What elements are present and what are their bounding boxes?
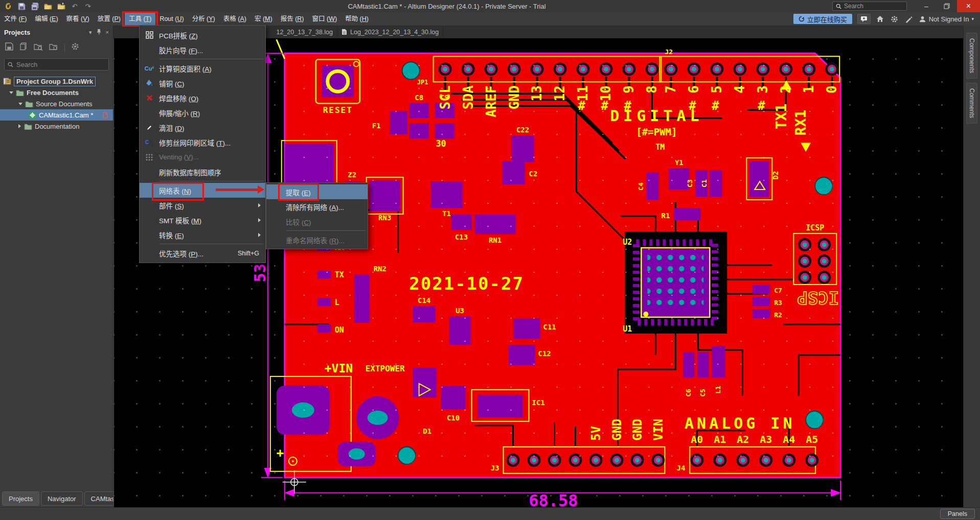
doc-tab-log2[interactable]: Log_2023_12_20_13_4_30.log [337, 26, 443, 38]
panel-tab-components[interactable]: Components [966, 33, 977, 79]
annotation-red-arrow [216, 188, 258, 191]
expanded-arrow-icon[interactable] [18, 103, 22, 105]
menu-tables[interactable]: 表格 (A) [219, 12, 250, 26]
menu-item-copper-area[interactable]: Cu² 计算铜皮面积 (A) [140, 61, 265, 76]
restore-button[interactable] [937, 0, 957, 12]
projects-search-input[interactable]: Search [4, 58, 109, 70]
folder-settings-icon[interactable] [49, 43, 58, 53]
panel-tab-comments[interactable]: Comments [966, 83, 977, 124]
menu-item-smt-template[interactable]: SMT 模板 (M) [140, 212, 265, 227]
settings-gear-icon[interactable] [890, 14, 899, 23]
title-bar: ↶ ↷ CAMtastic1.Cam * - Altium Designer (… [0, 0, 980, 12]
status-bar: Panels [0, 507, 980, 520]
projects-panel: Projects ▾ × Search Project Group 1.DsnW… [0, 26, 113, 507]
menu-item-film-wizard[interactable]: 胶片向导 (F)... [140, 42, 265, 57]
user-icon [919, 15, 926, 23]
submenu-item-clear-all-nets[interactable]: 清除所有网络 (A)... [266, 199, 368, 214]
tree-item-free-documents[interactable]: Free Documents [0, 87, 113, 98]
menu-item-pcb-panelize[interactable]: PCB拼板 (Z) [140, 28, 265, 42]
tree-item-label: Documentation [35, 123, 79, 130]
menu-item-polygon-pour[interactable]: 铺铜 (C) [140, 76, 265, 90]
folder-icon [16, 89, 24, 96]
comment-plus-icon [860, 16, 868, 22]
paint-bucket-icon [140, 79, 159, 87]
menu-place[interactable]: 放置 (P) [94, 12, 125, 26]
signin-label: Not Signed In [929, 15, 969, 23]
buy-online-button[interactable]: 立即在线购买 [793, 14, 852, 24]
panels-button[interactable]: Panels [940, 509, 975, 519]
menu-bar: 文件 (F) 编辑 (E) 察看 (V) 放置 (P) 工具 (T) Rout … [0, 12, 980, 26]
undo-icon[interactable]: ↶ [71, 2, 79, 10]
buy-online-label: 立即在线购买 [807, 14, 847, 24]
right-panel-dock: Components Comments [963, 26, 980, 507]
folder-icon [24, 123, 32, 130]
submenu-item-compare: 比较 (C) [266, 214, 368, 229]
menu-item-parts[interactable]: 部件 (S) [140, 198, 265, 212]
menu-item-stretch-shrink[interactable]: 伸展/缩小 (R) [140, 105, 265, 120]
venting-dots-icon [140, 154, 159, 161]
tree-item-source-documents[interactable]: Source Documents [0, 98, 113, 109]
menu-item-convert[interactable]: 转换 (E) [140, 227, 265, 242]
menu-help[interactable]: 帮助 (H) [341, 12, 373, 26]
menu-reports[interactable]: 报告 (R) [277, 12, 308, 26]
open-icon[interactable] [44, 2, 52, 10]
menu-tools[interactable]: 工具 (T) [125, 12, 155, 26]
explore-folder-icon[interactable] [34, 43, 43, 53]
menu-item-venting: Venting (V)... [140, 150, 265, 164]
panel-tab-strip: Projects Navigator CAMtastic [0, 490, 113, 507]
menu-item-preferences[interactable]: 优先选项 (P)... Shift+G [140, 246, 265, 261]
minimize-button[interactable]: – [916, 0, 937, 12]
menu-item-trim-silkscreen[interactable]: C 修剪丝网印刷区域 (T)... [140, 135, 265, 150]
notification-pen-icon[interactable] [904, 14, 914, 23]
menu-separator [159, 244, 263, 244]
tree-item-documentation[interactable]: Documentation [0, 121, 113, 132]
save-icon[interactable] [17, 2, 26, 10]
menu-file[interactable]: 文件 (F) [0, 12, 31, 26]
menu-window[interactable]: 窗口 (W) [308, 12, 341, 26]
shortcut-label: Shift+G [238, 250, 259, 257]
tree-item-label: CAMtastic1.Cam * [39, 111, 93, 119]
save-all-icon[interactable] [31, 2, 39, 10]
menu-analysis[interactable]: 分析 (Y) [188, 12, 219, 26]
altium-logo-icon [4, 2, 12, 10]
panel-tab-projects[interactable]: Projects [2, 491, 39, 506]
submenu-arrow-icon [258, 218, 261, 222]
panel-gear-icon[interactable] [71, 42, 79, 53]
menu-rout[interactable]: Rout (U) [155, 12, 188, 26]
menu-item-refresh-draw-order[interactable]: 刷新数据库制图顺序 [140, 164, 265, 179]
signin-control[interactable]: Not Signed In ▾ [919, 15, 974, 23]
search-icon [836, 4, 841, 9]
collapsed-arrow-icon[interactable] [18, 124, 21, 128]
redo-icon[interactable]: ↷ [84, 2, 92, 10]
board-grid-dots [285, 53, 840, 478]
cu2-icon: Cu² [140, 65, 159, 72]
submenu-item-extract[interactable]: 提取 (E) [266, 184, 368, 199]
folder-icon [25, 101, 33, 107]
doc-tab-label: 12_20_13_7_38.log [276, 29, 333, 36]
tree-item-project-group[interactable]: Project Group 1.DsnWrk [0, 76, 113, 87]
menu-item-teardrop[interactable]: 滴泪 (D) [140, 120, 265, 135]
home-icon[interactable] [876, 14, 885, 23]
save-project-icon[interactable] [5, 42, 13, 53]
panel-tab-navigator[interactable]: Navigator [41, 491, 83, 506]
document-icon [341, 29, 347, 35]
feedback-button[interactable] [857, 14, 871, 24]
menu-edit[interactable]: 编辑 (E) [31, 12, 62, 26]
tools-dropdown-menu: PCB拼板 (Z) 胶片向导 (F)... Cu² 计算铜皮面积 (A) 铺铜 … [139, 25, 266, 263]
menu-macro[interactable]: 宏 (M) [250, 12, 277, 26]
compile-documents-icon[interactable] [19, 42, 28, 53]
svg-text:+: + [277, 446, 284, 460]
global-search-input[interactable]: Search [832, 2, 907, 11]
expanded-arrow-icon[interactable] [9, 91, 13, 94]
close-button[interactable]: × [957, 0, 980, 12]
tree-item-camtastic-doc[interactable]: CAMtastic1.Cam * [0, 109, 113, 121]
menu-item-pad-removal[interactable]: 焊盘移除 (O) [140, 90, 265, 105]
panel-close-icon[interactable]: × [106, 29, 109, 35]
open-recent-icon[interactable] [57, 2, 65, 10]
menu-separator [286, 230, 366, 231]
search-icon [8, 62, 13, 67]
cam-document-icon [29, 111, 36, 119]
pin-icon[interactable] [97, 29, 101, 36]
menu-view[interactable]: 察看 (V) [62, 12, 94, 26]
panel-menu-icon[interactable]: ▾ [89, 29, 92, 36]
